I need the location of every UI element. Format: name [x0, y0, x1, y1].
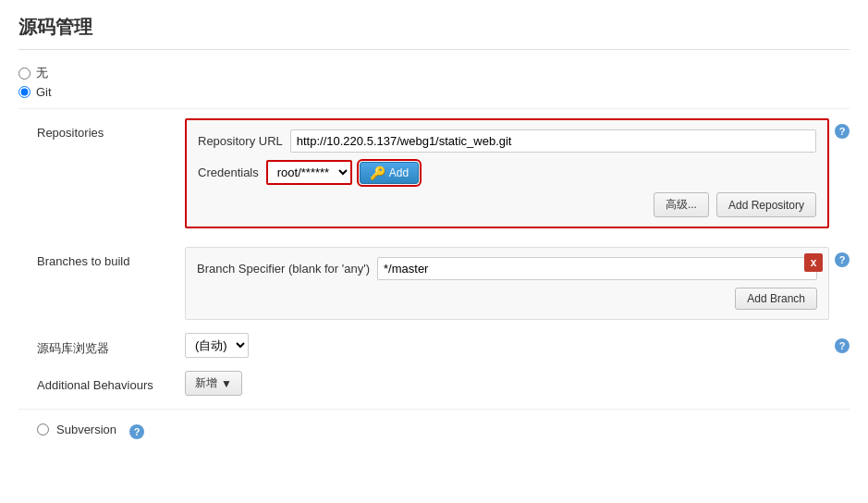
- radio-none[interactable]: [18, 67, 31, 80]
- credentials-select[interactable]: root/******: [266, 160, 352, 185]
- repo-box: Repository URL Credentials root/****** 🔑…: [185, 118, 829, 228]
- page-container: 源码管理 无 Git Repositories Repository URL: [0, 0, 868, 454]
- repositories-label: Repositories: [37, 118, 185, 140]
- browser-wrapper: (自动) ?: [185, 333, 850, 358]
- key-icon: 🔑: [370, 166, 385, 180]
- repositories-wrapper: Repository URL Credentials root/****** 🔑…: [185, 118, 850, 234]
- advanced-button[interactable]: 高级...: [654, 192, 709, 217]
- radio-none-label: 无: [36, 65, 48, 81]
- browser-help-icon[interactable]: ?: [835, 338, 850, 353]
- repositories-section: Repositories Repository URL Credentials …: [18, 118, 850, 234]
- browser-inner: (自动): [185, 333, 829, 358]
- branch-actions: Add Branch: [197, 288, 817, 310]
- add-branch-button[interactable]: Add Branch: [735, 288, 817, 310]
- browser-select[interactable]: (自动): [185, 333, 249, 358]
- browser-section-label: 源码库浏览器: [37, 333, 185, 357]
- radio-subversion[interactable]: [37, 423, 49, 436]
- repo-url-input[interactable]: [290, 129, 816, 153]
- radio-subversion-label: Subversion: [56, 423, 116, 436]
- branch-specifier-label: Branch Specifier (blank for 'any'): [197, 262, 370, 276]
- remove-branch-button[interactable]: x: [804, 253, 823, 272]
- page-title: 源码管理: [18, 15, 850, 50]
- add-behaviour-row: 新增 ▼: [185, 371, 850, 396]
- branches-section: Branches to build x Branch Specifier (bl…: [18, 247, 850, 320]
- credentials-label: Credentials: [198, 166, 259, 179]
- dropdown-chevron-icon: ▼: [221, 377, 232, 390]
- add-behaviour-label: 新增: [195, 375, 217, 391]
- add-credentials-button[interactable]: 🔑 Add: [360, 162, 419, 184]
- radio-none-group: 无: [18, 65, 850, 81]
- behaviours-inner: 新增 ▼: [185, 371, 850, 396]
- browser-section: 源码库浏览器 (自动) ?: [18, 333, 850, 358]
- divider-2: [18, 409, 850, 410]
- divider-1: [18, 108, 850, 109]
- branch-specifier-row: Branch Specifier (blank for 'any'): [197, 257, 817, 280]
- repositories-help-icon[interactable]: ?: [835, 124, 850, 139]
- branches-wrapper: x Branch Specifier (blank for 'any') Add…: [185, 247, 850, 320]
- repo-url-row: Repository URL: [198, 129, 816, 153]
- branches-help-icon[interactable]: ?: [835, 252, 850, 267]
- branches-inner: x Branch Specifier (blank for 'any') Add…: [185, 247, 829, 320]
- radio-git[interactable]: [18, 86, 31, 98]
- credentials-row: Credentials root/****** 🔑 Add: [198, 160, 816, 185]
- subversion-help-icon[interactable]: ?: [129, 424, 144, 439]
- subversion-row: Subversion ?: [18, 419, 850, 439]
- add-cred-label: Add: [389, 166, 409, 179]
- branches-box: x Branch Specifier (blank for 'any') Add…: [185, 247, 829, 320]
- radio-git-label: Git: [36, 85, 52, 99]
- radio-git-group: Git: [18, 85, 850, 99]
- repo-url-label: Repository URL: [198, 134, 283, 148]
- behaviours-label: Additional Behaviours: [37, 371, 185, 392]
- behaviours-section: Additional Behaviours 新增 ▼: [18, 371, 850, 396]
- add-behaviour-button[interactable]: 新增 ▼: [185, 371, 242, 396]
- add-repository-button[interactable]: Add Repository: [716, 192, 816, 217]
- repo-actions: 高级... Add Repository: [198, 192, 816, 217]
- branch-specifier-input[interactable]: [377, 257, 817, 280]
- branches-label: Branches to build: [37, 247, 185, 268]
- repositories-inner: Repository URL Credentials root/****** 🔑…: [185, 118, 829, 234]
